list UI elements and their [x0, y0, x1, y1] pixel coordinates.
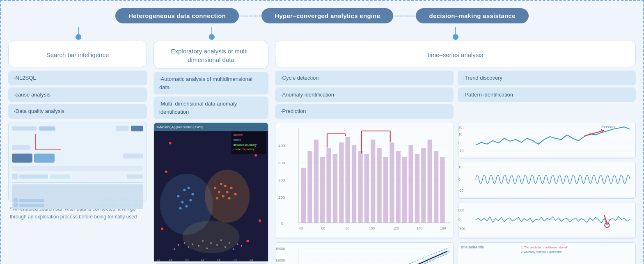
- svg-point-42: [191, 193, 194, 195]
- svg-point-39: [189, 199, 192, 202]
- col-explore: Exploratory analysis of multi–dimensiona…: [154, 41, 268, 264]
- time-feature-prediction: ·Prediction: [275, 104, 454, 119]
- svg-text:300: 300: [278, 161, 285, 165]
- svg-text:400: 400: [278, 143, 285, 148]
- svg-rect-79: [358, 151, 362, 223]
- time-title: time–series analysis: [428, 51, 483, 59]
- svg-rect-86: [402, 156, 407, 223]
- svg-text:1.5: 1.5: [250, 259, 253, 261]
- time-feature-cycle: ·Cycle detection: [275, 71, 454, 85]
- svg-point-43: [179, 207, 182, 210]
- svg-text:-0.5: -0.5: [184, 259, 189, 261]
- time-feature-pattern: ·Pattern identification: [458, 87, 636, 102]
- svg-text:-1.5: -1.5: [168, 259, 173, 261]
- svg-text:15000: 15000: [275, 247, 285, 251]
- svg-text:0: 0: [458, 177, 461, 181]
- svg-point-40: [185, 205, 188, 208]
- svg-text:0: 0: [281, 220, 284, 225]
- svg-text:time series title: time series title: [461, 245, 484, 249]
- time-chart-growth: 15000 12000 9000 6000 3000 0 2019-01 201…: [275, 242, 454, 264]
- svg-rect-89: [421, 148, 426, 223]
- page-layout: Heterogeneous data connection Hyper–conv…: [8, 8, 636, 264]
- explore-feature-auto: ·Automatic analysis of multidimensional …: [154, 72, 268, 94]
- svg-point-11: [178, 244, 179, 246]
- svg-rect-90: [428, 139, 432, 223]
- svg-point-14: [192, 243, 193, 245]
- svg-text:1.0: 1.0: [234, 259, 237, 261]
- svg-rect-77: [346, 136, 350, 223]
- main-three-cols: Search bar intelligence ·NL2SQL ·cause a…: [8, 41, 636, 264]
- svg-rect-76: [339, 142, 344, 223]
- svg-text:120: 120: [393, 226, 399, 230]
- svg-rect-74: [326, 148, 331, 223]
- svg-point-41: [181, 201, 184, 204]
- svg-text:-2.5: -2.5: [156, 259, 160, 261]
- svg-rect-75: [333, 154, 337, 223]
- search-feature-nl2sql: ·NL2SQL: [8, 71, 147, 85]
- svg-point-23: [229, 242, 230, 244]
- svg-text:cluster boundary: cluster boundary: [234, 148, 255, 152]
- svg-point-38: [183, 189, 186, 191]
- svg-rect-72: [314, 139, 319, 223]
- svg-point-18: [174, 248, 175, 250]
- svg-point-44: [187, 187, 190, 189]
- svg-point-17: [206, 248, 208, 249]
- svg-point-21: [220, 239, 222, 241]
- svg-point-27: [214, 187, 216, 189]
- svg-point-31: [230, 187, 233, 189]
- svg-text:80: 80: [346, 226, 350, 230]
- svg-rect-84: [390, 142, 394, 223]
- svg-point-12: [183, 242, 185, 244]
- svg-point-30: [222, 195, 225, 197]
- svg-rect-70: [301, 168, 306, 223]
- col-search: Search bar intelligence ·NL2SQL ·cause a…: [8, 41, 147, 221]
- svg-point-25: [237, 243, 238, 245]
- svg-point-48: [259, 219, 261, 222]
- pill-analytics: Hyper–converged analytics engine: [261, 8, 393, 23]
- svg-text:100: 100: [369, 226, 375, 230]
- svg-rect-92: [440, 156, 445, 223]
- svg-point-19: [210, 242, 212, 244]
- svg-text:40: 40: [299, 226, 303, 230]
- explore-feature-anomaly: ·Multi–dimensional data anomaly identifi…: [154, 96, 268, 119]
- svg-point-26: [241, 245, 242, 247]
- svg-rect-80: [364, 154, 369, 223]
- time-bottom-charts: 15000 12000 9000 6000 3000 0 2019-01 201…: [275, 242, 636, 264]
- svg-point-33: [216, 197, 218, 200]
- svg-rect-85: [396, 151, 401, 223]
- svg-text:inliers: inliers: [234, 138, 241, 141]
- search-title: Search bar intelligence: [46, 51, 109, 59]
- svg-rect-71: [307, 151, 312, 223]
- svg-point-29: [226, 191, 229, 193]
- svg-point-36: [218, 191, 220, 193]
- svg-point-49: [169, 142, 172, 145]
- svg-text:outliers: outliers: [234, 133, 243, 136]
- svg-text:0.5: 0.5: [217, 259, 221, 261]
- svg-rect-78: [352, 145, 356, 223]
- svg-text:-10: -10: [458, 149, 463, 153]
- search-title-card: Search bar intelligence: [8, 41, 147, 67]
- svg-text:200: 200: [278, 178, 285, 182]
- svg-point-28: [220, 183, 222, 185]
- svg-text:12000: 12000: [275, 258, 285, 262]
- svg-text:2. Anomaly monthly Exponential: 2. Anomaly monthly Exponential: [521, 250, 562, 254]
- time-charts-right: forecast 20: [458, 122, 636, 239]
- svg-text:0: 0: [458, 140, 461, 145]
- svg-point-20: [216, 244, 218, 246]
- svg-point-34: [224, 185, 227, 187]
- svg-point-50: [246, 240, 249, 242]
- search-feature-cause: ·cause analysis: [8, 87, 147, 102]
- search-feature-quality: ·Data quality analysis: [8, 104, 147, 119]
- svg-text:-500: -500: [458, 226, 465, 230]
- svg-rect-91: [434, 151, 438, 223]
- svg-point-22: [225, 246, 226, 248]
- svg-point-35: [228, 197, 231, 200]
- svg-point-15: [198, 245, 199, 247]
- svg-text:1. The prediction confidence i: 1. The prediction confidence interval: [521, 246, 567, 249]
- svg-text:140: 140: [417, 226, 422, 230]
- time-chart-seasonal: time series title 1. The prediction conf…: [458, 242, 636, 264]
- svg-point-37: [177, 195, 180, 197]
- time-chart-anomaly: 400 300 200 100 0: [275, 122, 454, 239]
- svg-point-16: [202, 240, 204, 242]
- svg-point-13: [188, 246, 189, 248]
